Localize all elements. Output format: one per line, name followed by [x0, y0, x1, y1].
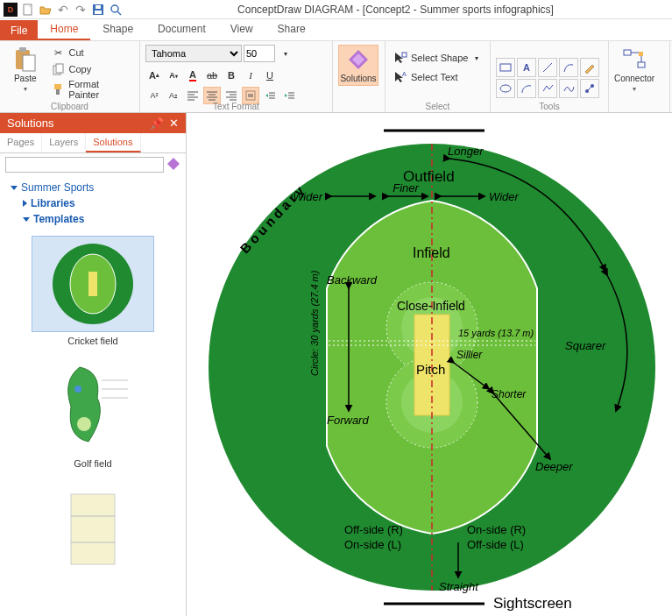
label-sillier: Sillier [456, 349, 483, 361]
sptab-solutions[interactable]: Solutions [86, 133, 140, 152]
ribbon-group-tools: A Tools [491, 41, 609, 112]
tab-document[interactable]: Document [145, 18, 218, 40]
clipboard-group-label: Clipboard [0, 102, 139, 111]
tree-label-templates: Templates [33, 213, 84, 225]
svg-rect-2 [95, 11, 102, 14]
tool-rect-icon[interactable] [496, 58, 515, 77]
format-painter-button[interactable]: Format Painter [49, 78, 135, 101]
tool-line-icon[interactable] [538, 58, 557, 77]
quick-access-toolbar: D ↶ ↷ [4, 3, 123, 17]
connector-button[interactable]: Connector ▾ [614, 45, 654, 96]
svg-point-52 [74, 386, 81, 393]
strike-icon[interactable]: ab [203, 67, 221, 84]
label-sightscreen: Sightscreen [493, 595, 572, 612]
thumb-golf-field[interactable]: Golf field [5, 358, 180, 469]
ribbon-group-clipboard: Paste ▾ ✂ Cut Copy Form [0, 41, 140, 112]
label-close-infield: Close-Infield [397, 299, 465, 313]
solutions-icon [346, 47, 371, 72]
svg-rect-8 [23, 55, 35, 71]
select-text-button[interactable]: A Select Text [391, 69, 461, 85]
template-thumbnails: Cricket field Golf field [0, 230, 186, 616]
cut-button[interactable]: ✂ Cut [49, 45, 135, 60]
italic-icon[interactable]: I [242, 67, 259, 84]
tab-view[interactable]: View [218, 18, 265, 40]
svg-rect-11 [54, 84, 61, 89]
tab-home[interactable]: Home [38, 18, 90, 40]
save-icon[interactable] [91, 3, 105, 17]
svg-rect-45 [638, 62, 645, 67]
tool-spline-icon[interactable] [559, 79, 578, 98]
paste-label: Paste [14, 74, 37, 83]
connector-icon [622, 47, 647, 72]
tool-node-icon[interactable] [580, 79, 599, 98]
label-shorter: Shorter [492, 388, 527, 400]
underline-icon[interactable]: U [261, 67, 279, 84]
chevron-down-icon: ▾ [633, 85, 636, 93]
diagram-cricket-field[interactable]: Longer Squarer Wider Finer Wider Backwar… [187, 113, 672, 616]
ribbon-group-text-format: Tahoma ▾ A▴ A▾ A ab B I U A² A₂ [140, 41, 333, 112]
tree-node-summer-sports[interactable]: Summer Sports [7, 180, 179, 195]
tool-pencil-icon[interactable] [580, 58, 599, 77]
thumb-placeholder[interactable] [5, 481, 180, 577]
new-doc-icon[interactable] [21, 3, 35, 17]
label-longer: Longer [448, 145, 484, 158]
font-grow-icon[interactable]: A▴ [145, 67, 163, 84]
text-format-group-label: Text Format [140, 102, 332, 111]
solutions-small-icon[interactable] [166, 157, 180, 173]
bold-icon[interactable]: B [223, 67, 240, 84]
tree-node-libraries[interactable]: Libraries [7, 195, 179, 211]
app-icon[interactable]: D [4, 3, 18, 17]
find-icon[interactable] [109, 3, 123, 17]
tool-polyline-icon[interactable] [538, 79, 557, 98]
chevron-down-icon [23, 217, 30, 222]
label-on-r: On-side (R) [467, 523, 526, 536]
side-panel-search-row [0, 153, 186, 176]
tool-ellipse-icon[interactable] [496, 79, 515, 98]
tab-file[interactable]: File [0, 20, 38, 40]
open-icon[interactable] [39, 3, 53, 17]
svg-rect-25 [246, 91, 255, 100]
svg-point-40 [500, 85, 511, 92]
select-shape-label: Select Shape [411, 53, 468, 63]
tab-shape[interactable]: Shape [90, 18, 145, 40]
svg-text:A: A [402, 71, 407, 77]
svg-rect-56 [71, 494, 115, 564]
copy-icon [52, 62, 66, 76]
solutions-button[interactable]: Solutions [338, 45, 378, 86]
copy-button[interactable]: Copy [49, 61, 135, 77]
chevron-down-icon: ▾ [475, 54, 478, 62]
chevron-right-icon [23, 200, 27, 207]
svg-rect-46 [639, 52, 643, 56]
tree-node-templates[interactable]: Templates [7, 211, 179, 227]
ribbon-group-solutions: Solutions [333, 41, 386, 112]
cursor-text-icon: A [393, 70, 407, 84]
close-icon[interactable]: ✕ [169, 117, 179, 130]
redo-icon[interactable]: ↷ [74, 3, 88, 17]
select-shape-button[interactable]: Select Shape ▾ [391, 50, 481, 66]
label-backward: Backward [327, 273, 378, 287]
sptab-pages[interactable]: Pages [0, 133, 42, 152]
search-input[interactable] [5, 157, 164, 173]
label-deeper: Deeper [535, 460, 573, 473]
paste-button[interactable]: Paste ▾ [5, 45, 46, 96]
tab-share[interactable]: Share [265, 18, 318, 40]
sptab-layers[interactable]: Layers [42, 133, 86, 152]
font-shrink-icon[interactable]: A▾ [165, 67, 182, 84]
font-select[interactable]: Tahoma [145, 45, 242, 62]
font-size-dropdown[interactable]: ▾ [277, 45, 294, 62]
font-size-input[interactable] [244, 45, 275, 62]
select-group-label: Select [386, 102, 490, 111]
font-color-icon[interactable]: A [184, 67, 202, 84]
svg-rect-36 [402, 53, 407, 57]
chevron-down-icon: ▾ [24, 85, 27, 93]
tool-arc-icon[interactable] [517, 79, 536, 98]
thumb-cricket-field[interactable]: Cricket field [5, 236, 180, 346]
tool-text-icon[interactable]: A [517, 58, 536, 77]
side-panel: Solutions 📌 ✕ Pages Layers Solutions Sum… [0, 113, 187, 616]
tool-curve-icon[interactable] [559, 58, 578, 77]
title-bar: D ↶ ↷ ConceptDraw DIAGRAM - [Concept2 - … [0, 0, 672, 19]
solutions-label: Solutions [340, 74, 376, 83]
pin-icon[interactable]: 📌 [150, 117, 164, 130]
canvas[interactable]: Longer Squarer Wider Finer Wider Backwar… [187, 113, 672, 616]
undo-icon[interactable]: ↶ [56, 3, 70, 17]
